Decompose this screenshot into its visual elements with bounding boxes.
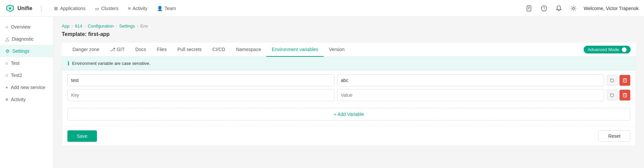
overview-icon: ○ <box>5 24 8 30</box>
sidebar-item-settings[interactable]: ⚙ Settings <box>0 45 53 57</box>
tab-danger-zone[interactable]: Danger zone <box>67 43 105 57</box>
page-title: Template: first-app <box>62 31 636 37</box>
env-value-1[interactable] <box>337 89 604 101</box>
sidebar: ○ Overview △ Diagnostic ⚙ Settings ○ Tes… <box>0 17 54 168</box>
reset-icon <box>610 78 614 83</box>
doc-icon <box>526 5 533 12</box>
sidebar-diagnostic-label: Diagnostic <box>12 36 34 42</box>
doc-icon-button[interactable] <box>525 4 534 13</box>
tab-version-label: Version <box>329 47 345 52</box>
reset-icon-1 <box>610 93 614 97</box>
env-row-1 <box>67 89 630 101</box>
help-icon: ? <box>541 5 547 12</box>
env-reset-1[interactable] <box>607 90 618 100</box>
info-message: Environment variable are case sensitive. <box>72 61 150 66</box>
sidebar-test2-label: Test2 <box>11 73 22 78</box>
breadcrumb-sep-2: › <box>84 24 86 29</box>
advanced-mode-label: Advanced Mode <box>588 47 619 52</box>
settings-sidebar-icon: ⚙ <box>5 48 10 54</box>
env-delete-0[interactable] <box>620 75 630 86</box>
tab-files[interactable]: Files <box>151 43 172 57</box>
nav-applications-label: Applications <box>60 6 86 11</box>
sidebar-activity-label: Activity <box>11 97 25 102</box>
svg-rect-12 <box>623 94 627 97</box>
sidebar-item-add-service[interactable]: + Add new service <box>0 81 53 93</box>
tab-danger-zone-label: Danger zone <box>72 47 99 52</box>
nav-links: ⊞ Applications ⚏ Clusters ≡ Activity 👤 T… <box>50 4 180 13</box>
settings-icon-button[interactable] <box>569 4 578 13</box>
tab-pull-secrets[interactable]: Pull secrets <box>172 43 207 57</box>
activity-icon: ≡ <box>128 6 130 11</box>
add-variable-button[interactable]: + Add Variable <box>67 108 630 121</box>
content-panel: ℹ Environment variable are case sensitiv… <box>62 57 636 146</box>
sidebar-settings-label: Settings <box>12 48 30 54</box>
nav-clusters[interactable]: ⚏ Clusters <box>91 4 122 13</box>
tab-namespace[interactable]: Namespace <box>230 43 266 57</box>
tab-git[interactable]: ⎇ GIT <box>105 43 130 57</box>
sidebar-item-test2[interactable]: ○ Test2 <box>0 69 53 81</box>
breadcrumb-app[interactable]: App <box>62 24 69 29</box>
env-rows <box>62 70 636 108</box>
svg-rect-1 <box>527 6 531 11</box>
breadcrumb-sep-1: › <box>71 24 73 29</box>
env-reset-0[interactable] <box>607 75 618 86</box>
nav-activity-label: Activity <box>132 6 147 11</box>
breadcrumb-614[interactable]: 614 <box>75 24 82 29</box>
nav-applications[interactable]: ⊞ Applications <box>50 4 90 13</box>
env-actions-1 <box>607 90 630 100</box>
gear-icon <box>570 5 577 12</box>
logo-icon <box>5 4 15 13</box>
env-value-0[interactable] <box>337 74 604 86</box>
tab-files-label: Files <box>157 47 167 52</box>
top-nav-right: ? Welcome, Victor Trapenok <box>525 4 639 13</box>
breadcrumb-configuration[interactable]: Configuration <box>88 24 114 29</box>
logo[interactable]: Unifie <box>5 4 32 13</box>
env-key-1[interactable] <box>67 89 334 101</box>
tab-pull-secrets-label: Pull secrets <box>177 47 202 52</box>
app-name: Unifie <box>17 5 32 11</box>
env-delete-1[interactable] <box>620 90 630 100</box>
tab-cicd[interactable]: CI/CD <box>207 43 230 57</box>
sidebar-test-label: Test <box>11 60 19 66</box>
layout: ○ Overview △ Diagnostic ⚙ Settings ○ Tes… <box>0 17 644 168</box>
add-service-icon: + <box>5 85 8 90</box>
save-button[interactable]: Save <box>67 130 97 142</box>
delete-icon <box>623 78 627 83</box>
info-icon: ℹ <box>67 60 69 67</box>
env-key-0[interactable] <box>67 74 334 86</box>
nav-divider: | <box>40 5 42 12</box>
clusters-icon: ⚏ <box>95 6 99 11</box>
env-actions-0 <box>607 75 630 86</box>
svg-rect-8 <box>623 79 627 82</box>
nav-clusters-label: Clusters <box>101 6 118 11</box>
sidebar-item-activity[interactable]: ≡ Activity <box>0 93 53 106</box>
main-content: App › 614 › Configuration › Settings › E… <box>54 17 644 168</box>
sidebar-item-diagnostic[interactable]: △ Diagnostic <box>0 33 53 45</box>
sidebar-item-test[interactable]: ○ Test <box>0 57 53 69</box>
breadcrumb-settings[interactable]: Settings <box>119 24 135 29</box>
sidebar-item-overview[interactable]: ○ Overview <box>0 21 53 33</box>
reset-button[interactable]: Reset <box>598 130 630 142</box>
svg-text:?: ? <box>543 6 545 11</box>
notification-icon-button[interactable] <box>554 4 564 13</box>
advanced-mode-toggle[interactable]: Advanced Mode <box>584 46 631 53</box>
tab-docs[interactable]: Docs <box>130 43 152 57</box>
info-banner: ℹ Environment variable are case sensitiv… <box>62 57 636 70</box>
tab-env-variables[interactable]: Environment variables <box>266 43 324 57</box>
breadcrumb: App › 614 › Configuration › Settings › E… <box>62 24 636 29</box>
tabs: Danger zone ⎇ GIT Docs Files Pull secret… <box>62 43 636 57</box>
breadcrumb-sep-4: › <box>137 24 138 29</box>
test-icon: ○ <box>5 60 8 66</box>
nav-activity[interactable]: ≡ Activity <box>124 4 152 13</box>
test2-icon: ○ <box>5 73 8 78</box>
help-icon-button[interactable]: ? <box>539 4 549 13</box>
applications-icon: ⊞ <box>54 6 58 11</box>
nav-team[interactable]: 👤 Team <box>153 4 180 13</box>
env-row-0 <box>67 74 630 86</box>
breadcrumb-sep-3: › <box>116 24 117 29</box>
welcome-message: Welcome, Victor Trapenok <box>584 6 639 11</box>
tab-version[interactable]: Version <box>324 43 350 57</box>
sidebar-activity-icon: ≡ <box>5 97 8 102</box>
svg-point-7 <box>573 7 575 9</box>
sidebar-add-service-label: Add new service <box>11 85 45 90</box>
